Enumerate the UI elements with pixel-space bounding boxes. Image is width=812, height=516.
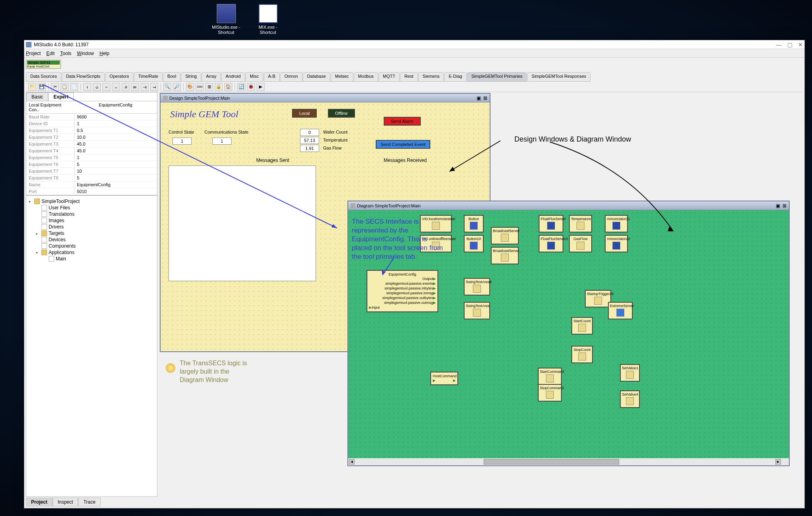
tab-omron[interactable]: Omron [280,72,302,82]
prop-val[interactable]: 5 [74,161,157,167]
tab-misc[interactable]: Misc [245,72,263,82]
tab-melsec[interactable]: Melsec [331,72,353,82]
tab-modbus[interactable]: Modbus [354,72,378,82]
minimize-button[interactable]: — [776,41,782,48]
block-button[interactable]: Button [464,215,484,232]
tab-ab[interactable]: A-B [264,72,280,82]
prop-val[interactable]: 45.0 [74,148,157,154]
tree-drivers[interactable]: Drivers [36,224,155,230]
tool-copy[interactable]: 📋 [61,83,69,91]
tab-trace[interactable]: Trace [78,498,100,506]
tree-userfiles[interactable]: User Files [36,205,155,211]
block-startup[interactable]: StartupTrigger20 [585,290,611,307]
menu-help[interactable]: Help [100,51,110,56]
prop-tab-expert[interactable]: Expert [48,93,73,101]
tool-dist-v[interactable]: ⫤ [150,83,158,91]
prop-val[interactable]: 9600 [74,114,157,120]
tool-align-center[interactable]: ⫝ [93,83,101,91]
block-extreme[interactable]: ExtremeServer [608,302,633,319]
val-temp[interactable]: 57.13 [300,137,319,144]
val-control[interactable]: 1 [173,138,192,145]
tool-zoom-in[interactable]: 🔍 [163,83,171,91]
block-gasflow[interactable]: GasFlow [569,235,592,252]
btn-local[interactable]: Local [292,109,317,118]
tree-applications[interactable]: ▾Applications [36,249,155,256]
tool-cut[interactable]: ✂ [51,83,59,91]
tool-lock[interactable]: 🔒 [215,83,223,91]
horizontal-scrollbar[interactable]: ◄ ► [348,458,789,465]
tool-home[interactable]: 🏠 [224,83,232,91]
tree-devices[interactable]: Devices [36,236,155,243]
block-stopcount[interactable]: StopCount [571,346,593,363]
close-icon[interactable]: ⊠ [783,203,787,209]
btn-offline[interactable]: Offline [328,109,355,118]
tool-debug[interactable]: 🐞 [247,83,255,91]
tab-database[interactable]: Database [303,72,330,82]
maximize-icon[interactable]: ▣ [776,203,780,209]
tab-android[interactable]: Android [221,72,245,82]
block-setval1[interactable]: SetValue1 [620,364,640,382]
block-ann21[interactable]: Annunciator21 [605,215,628,232]
block-hostcmd[interactable]: HostCommand ▶▶ [430,372,458,385]
tool-open[interactable]: 📁 [28,83,36,91]
tab-bool[interactable]: Bool [163,72,180,82]
close-icon[interactable]: ⊠ [483,95,487,101]
prop-val[interactable]: 0.5 [74,127,157,134]
val-comm[interactable]: 1 [212,138,231,145]
tool-align-mid[interactable]: ⫡ [122,83,129,91]
tool-design[interactable]: 🎨 [186,83,194,91]
tree-targets[interactable]: ▸Targets [36,230,155,236]
block-swing9[interactable]: SwingTextArea9 [464,278,490,295]
tab-siemens[interactable]: Siemens [418,72,444,82]
block-startcmd[interactable]: StartCommand [538,368,562,385]
tree-root[interactable]: ▾SimpleToolProject [29,198,155,205]
maximize-button[interactable]: ▢ [787,41,792,48]
prop-tab-basic[interactable]: Basic [26,93,48,101]
tab-inspect[interactable]: Inspect [53,498,78,506]
prop-val[interactable]: EquipmentConfig [74,181,157,188]
prop-val[interactable]: 1 [74,154,157,161]
block-swing[interactable]: SwingTextArea [464,302,490,319]
prop-val[interactable]: 5 [74,175,157,181]
tab-primaries[interactable]: SimpleGEMTool Primaries [467,72,527,82]
tool-paste[interactable]: 📄 [70,83,78,91]
prop-val[interactable]: 10 [74,168,157,174]
maximize-icon[interactable]: ▣ [477,95,481,101]
prop-val[interactable]: 10.0 [74,134,157,140]
tool-zoom-out[interactable]: 🔎 [173,83,181,91]
desktop-icon-mistudio[interactable]: MIStudio.exe - Shortcut [211,4,241,35]
block-temperature[interactable]: Temperature [569,215,592,232]
tab-ediag[interactable]: E-Diag [444,72,467,82]
tree-images[interactable]: Images [36,217,155,224]
block-broadcast2[interactable]: BroadcastServe... [491,247,519,264]
btn-send-completed[interactable]: Send Completed Event [376,140,430,149]
tab-responses[interactable]: SimpleGEMTool Responses [527,72,590,82]
prop-val[interactable]: 45.0 [74,141,157,147]
block-button10[interactable]: Button10 [464,235,484,252]
block-stopcmd[interactable]: StopCommand [538,384,562,402]
prop-header-2[interactable]: EquipmentConfig [74,101,157,113]
messages-sent-area[interactable] [169,165,316,281]
tab-data-flow[interactable]: Data Flow/Scripts [62,72,105,82]
menu-tools[interactable]: Tools [60,51,71,56]
menu-window[interactable]: Window [77,51,94,56]
tree-translations[interactable]: Translations [36,211,155,217]
draggable-message[interactable]: Simple S2F41 Equip HostCmd [26,60,61,69]
tool-dist-h[interactable]: ⫣ [141,83,149,91]
tool-refresh[interactable]: 🔄 [237,83,245,91]
val-wafer[interactable]: 0 [300,129,319,136]
tab-time-rate[interactable]: Time/Rate [134,72,163,82]
menu-edit[interactable]: Edit [46,51,55,56]
tab-rest[interactable]: Rest [400,72,418,82]
btn-send-alarm[interactable]: Send Alarm [384,117,421,126]
block-setval4[interactable]: SetValue4 [620,390,640,408]
block-flux[interactable]: FloatFluxServer [539,215,563,232]
tool-grid[interactable]: ⊞ [205,83,213,91]
tool-run[interactable]: ▶ [257,83,265,91]
block-equipment-config[interactable]: EquipmentConfig Output▶ simplegemtool.pa… [367,270,438,312]
prop-val[interactable]: 5010 [74,188,157,195]
block-ann22[interactable]: Annunciator22 [605,235,628,252]
tab-project[interactable]: Project [26,498,53,506]
tab-string[interactable]: String [181,72,201,82]
block-broadcast[interactable]: BroadcastServer [491,227,519,244]
